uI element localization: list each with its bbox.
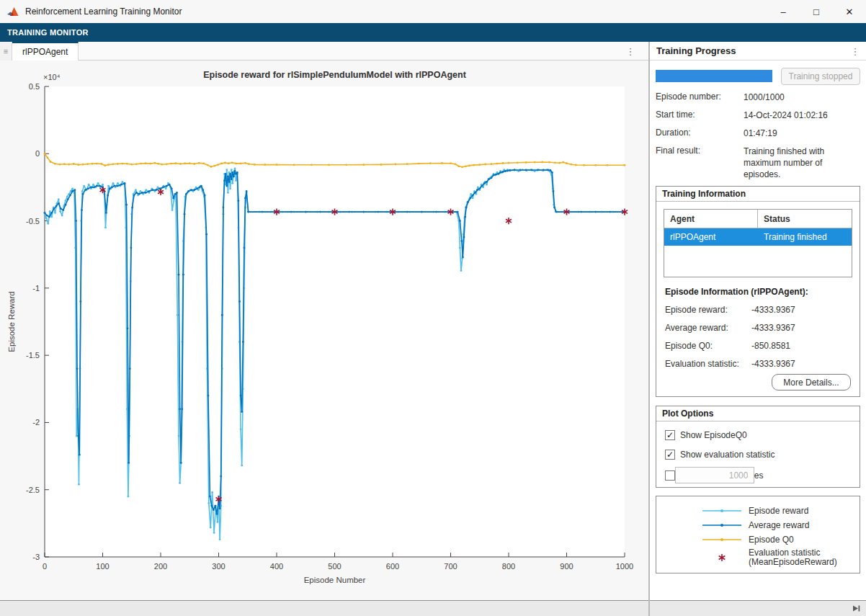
chart-title: Episode reward for rlSimplePendulumModel… <box>203 70 466 80</box>
duration-row: Duration: 01:47:19 <box>656 128 860 139</box>
svg-text:0.5: 0.5 <box>29 82 40 91</box>
status-column-header: Status <box>758 210 852 228</box>
training-progress-header: Training Progress ⋮ <box>650 42 866 61</box>
show-evaluation-statistic-label: Show evaluation statistic <box>680 450 775 460</box>
legend-item-evaluation-statistic: Evaluation statistic(MeanEpisodeReward) <box>701 548 860 567</box>
collapse-panel-icon[interactable] <box>852 604 861 615</box>
episode-q0-value: -850.8581 <box>751 341 790 351</box>
show-episodeq0-label: Show EpisodeQ0 <box>680 430 747 440</box>
average-reward-value: -4333.9367 <box>751 323 795 333</box>
final-result-value: Training finished with maximum number of… <box>744 146 857 180</box>
episode-q0-label: Episode Q0: <box>665 341 751 351</box>
line-marker-icon <box>701 505 743 517</box>
title-bar: Reinforcement Learning Training Monitor … <box>0 0 866 23</box>
plot-options-title: Plot Options <box>656 406 860 421</box>
svg-text:-2.5: -2.5 <box>26 486 40 494</box>
evaluation-statistic-value: -4333.9367 <box>751 359 795 369</box>
matlab-logo-icon <box>7 6 19 17</box>
show-episodeq0-row: Show EpisodeQ0 <box>665 429 747 441</box>
svg-text:0: 0 <box>43 562 47 571</box>
episode-number-value: 1000/1000 <box>744 91 857 103</box>
training-information-title: Training Information <box>656 187 860 202</box>
svg-text:600: 600 <box>386 562 399 571</box>
svg-text:900: 900 <box>560 562 573 571</box>
svg-text:-2: -2 <box>32 418 40 427</box>
legend-label: Episode Q0 <box>749 535 794 545</box>
evaluation-statistic-label: Evaluation statistic: <box>665 359 751 369</box>
episode-number-row: Episode number: 1000/1000 <box>656 91 860 103</box>
window-title: Reinforcement Learning Training Monitor <box>25 6 182 17</box>
svg-text:-1.5: -1.5 <box>26 351 40 360</box>
close-icon[interactable]: ✕ <box>833 0 866 23</box>
legend-label: Average reward <box>749 521 810 530</box>
training-progress-bar <box>656 70 772 82</box>
start-time-row: Start time: 14-Oct-2024 01:02:16 <box>656 110 860 121</box>
svg-text:1000: 1000 <box>616 562 633 571</box>
start-time-value: 14-Oct-2024 01:02:16 <box>744 110 857 121</box>
svg-text:-3: -3 <box>32 553 40 561</box>
line-marker-icon <box>701 519 743 531</box>
training-chart[interactable]: 010020030040050060070080090010000.50-0.5… <box>0 61 648 600</box>
episode-reward-chart[interactable]: 010020030040050060070080090010000.50-0.5… <box>0 61 648 600</box>
episode-reward-row: Episode reward: -4333.9367 <box>665 305 852 315</box>
maximize-icon[interactable]: □ <box>800 0 833 23</box>
agent-cell: rlPPOAgent <box>664 228 758 246</box>
status-cell: Training finished <box>758 228 852 246</box>
show-evaluation-statistic-checkbox[interactable] <box>665 450 675 460</box>
legend-label: Episode reward <box>749 506 808 516</box>
episode-number-label: Episode number: <box>656 91 744 103</box>
average-reward-row: Average reward: -4333.9367 <box>665 323 852 333</box>
svg-text:400: 400 <box>270 562 283 571</box>
table-header-row: Agent Status <box>664 210 852 228</box>
svg-text:800: 800 <box>502 562 515 571</box>
svg-text:100: 100 <box>96 562 109 571</box>
grip-icon[interactable]: ≡ <box>0 42 12 61</box>
training-progress-kebab-icon[interactable]: ⋮ <box>847 42 863 61</box>
svg-text:500: 500 <box>328 562 341 571</box>
episode-q0-row: Episode Q0: -850.8581 <box>665 341 852 351</box>
show-last-n-episodes-row: Show last N episodes <box>665 470 763 481</box>
x-axis-label: Episode Number <box>304 576 366 584</box>
svg-text:0: 0 <box>35 149 40 158</box>
svg-text:700: 700 <box>444 562 457 571</box>
status-bar-right <box>650 600 866 616</box>
tab-strip: ≡ rlPPOAgent ⋮ <box>0 42 648 61</box>
episode-reward-value: -4333.9367 <box>751 305 795 315</box>
training-progress-panel: Training stopped Episode number: 1000/10… <box>650 61 866 600</box>
training-information-box: Training Information Agent Status rlPPOA… <box>656 186 860 397</box>
table-row[interactable]: rlPPOAgent Training finished <box>664 228 852 246</box>
legend-item-average-reward: Average reward <box>701 519 860 531</box>
svg-text:-0.5: -0.5 <box>26 217 40 226</box>
more-details-button[interactable]: More Details... <box>772 374 851 390</box>
svg-text:300: 300 <box>212 562 225 571</box>
y-axis-label: Episode Reward <box>7 291 16 352</box>
legend-label: Evaluation statistic(MeanEpisodeReward) <box>749 548 837 567</box>
final-result-row: Final result: Training finished with max… <box>656 146 860 180</box>
tab-strip-kebab-icon[interactable]: ⋮ <box>622 42 638 61</box>
y-axis-exponent: ×10⁴ <box>43 73 61 81</box>
chart-legend: Episode reward Average reward Episode Q0… <box>656 496 860 573</box>
legend-item-episode-reward: Episode reward <box>701 505 860 517</box>
svg-text:200: 200 <box>154 562 167 571</box>
training-stopped-button[interactable]: Training stopped <box>781 68 860 85</box>
episode-information-title: Episode Information (rlPPOAgent): <box>665 287 808 297</box>
status-bar-left <box>0 600 648 616</box>
show-episodeq0-checkbox[interactable] <box>665 430 675 440</box>
duration-value: 01:47:19 <box>744 128 857 139</box>
app-window: Reinforcement Learning Training Monitor … <box>0 0 866 616</box>
minimize-icon[interactable]: – <box>767 0 800 23</box>
line-marker-icon <box>701 534 743 545</box>
start-time-label: Start time: <box>656 110 744 121</box>
svg-text:-1: -1 <box>32 284 40 293</box>
tab-rlppoagent[interactable]: rlPPOAgent <box>12 42 79 61</box>
agent-status-table: Agent Status rlPPOAgent Training finishe… <box>664 209 852 277</box>
episode-reward-label: Episode reward: <box>665 305 751 315</box>
evaluation-statistic-row: Evaluation statistic: -4333.9367 <box>665 359 852 369</box>
asterisk-marker-icon <box>701 552 743 563</box>
last-n-episodes-input[interactable] <box>675 467 754 483</box>
show-last-n-episodes-checkbox[interactable] <box>665 470 675 481</box>
duration-label: Duration: <box>656 128 744 139</box>
agent-column-header: Agent <box>664 210 758 228</box>
show-evaluation-statistic-row: Show evaluation statistic <box>665 449 775 460</box>
ribbon-tab-training-monitor[interactable]: TRAINING MONITOR <box>0 28 89 37</box>
